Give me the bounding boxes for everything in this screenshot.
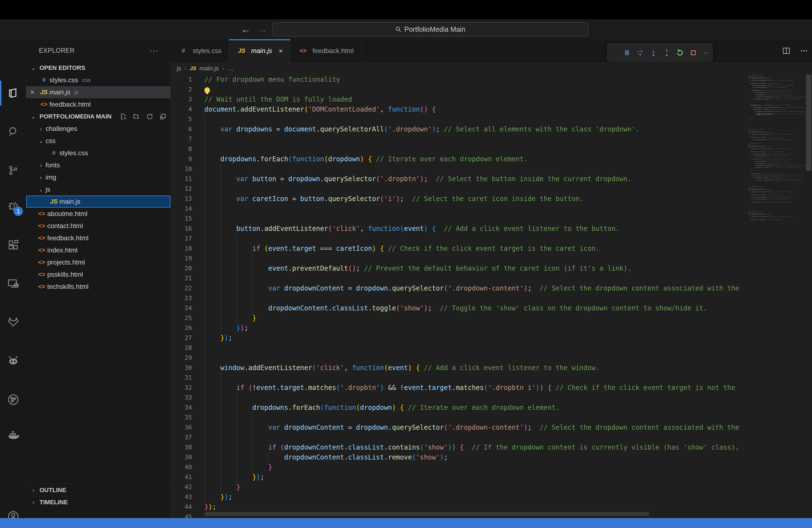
scrollbar-thumb[interactable]	[205, 512, 649, 516]
tree-item-styles.css[interactable]: #styles.css	[26, 147, 170, 159]
outline-header[interactable]: › OUTLINE	[26, 484, 171, 496]
line-number[interactable]: 40	[171, 462, 204, 472]
horizontal-scrollbar[interactable]	[171, 512, 747, 516]
close-icon[interactable]: ×	[279, 47, 283, 55]
tab-main.js[interactable]: JSmain.js×	[229, 39, 290, 62]
lightbulb-icon[interactable]	[204, 87, 210, 93]
activity-run-debug-icon[interactable]: 1	[0, 194, 26, 219]
forward-button[interactable]: →	[254, 24, 271, 35]
line-number[interactable]: 3	[171, 94, 204, 104]
tree-item-psskills.html[interactable]: <>psskills.html	[26, 268, 170, 281]
code-line[interactable]: 34dropdowns.forEach(function(dropdown) {…	[171, 402, 747, 413]
refresh-icon[interactable]	[146, 113, 153, 120]
code-line[interactable]: 44});	[171, 502, 747, 512]
line-number[interactable]: 34	[171, 402, 204, 413]
code-line[interactable]: 39dropdownContent.classList.remove('show…	[171, 452, 747, 462]
pause-icon[interactable]	[623, 48, 631, 57]
line-number[interactable]: 41	[171, 472, 204, 482]
scrollbar-thumb[interactable]	[806, 75, 811, 171]
activity-docker-icon[interactable]	[0, 423, 26, 448]
sidebar-more-actions[interactable]: ···	[149, 46, 159, 55]
line-number[interactable]: 20	[171, 263, 204, 274]
code-line[interactable]: 33	[171, 393, 747, 402]
line-number[interactable]: 4	[171, 104, 204, 114]
tree-item-css[interactable]: ⌄css	[26, 135, 170, 147]
breadcrumb[interactable]: js › JS main.js › …	[171, 62, 812, 75]
step-out-icon[interactable]	[663, 48, 671, 57]
code-line[interactable]: 11var button = dropdown.querySelector('.…	[171, 174, 747, 184]
command-center-search[interactable]: PortfolioMedia Main	[272, 22, 588, 36]
tree-item-techskills.html[interactable]: <>techskills.html	[26, 281, 170, 293]
breadcrumb-folder[interactable]: js	[177, 65, 181, 72]
code-line[interactable]: 42}	[171, 482, 747, 492]
line-number[interactable]: 32	[171, 383, 204, 393]
chevron-down-icon[interactable]	[702, 49, 709, 56]
code-line[interactable]: 17	[171, 234, 747, 244]
code-editor[interactable]: 1// For dropdown menu functionality23// …	[171, 75, 747, 518]
code-line[interactable]: 29	[171, 353, 747, 363]
activity-graph-icon[interactable]	[0, 387, 26, 412]
code-line[interactable]: 12	[171, 184, 747, 194]
code-line[interactable]: 20event.preventDefault(); // Prevent the…	[171, 263, 747, 274]
line-number[interactable]: 22	[171, 283, 204, 293]
tree-item-feedback.html[interactable]: <>feedback.html	[26, 232, 170, 244]
line-number[interactable]: 25	[171, 313, 204, 323]
line-number[interactable]: 14	[171, 204, 204, 214]
back-button[interactable]: ←	[237, 24, 254, 35]
code-line[interactable]: 18if (event.target === caretIcon) { // C…	[171, 244, 747, 253]
activity-remote-explorer-icon[interactable]	[0, 271, 26, 296]
line-number[interactable]: 19	[171, 253, 204, 263]
line-number[interactable]: 37	[171, 432, 204, 442]
code-line[interactable]: 22var dropdownContent = dropdown.querySe…	[171, 283, 747, 293]
code-line[interactable]: 7	[171, 134, 747, 144]
code-line[interactable]: 3// Wait until the DOM is fully loaded	[171, 94, 747, 104]
tree-item-main.js[interactable]: JSmain.js	[26, 195, 170, 208]
line-number[interactable]: 43	[171, 492, 204, 502]
line-number[interactable]: 26	[171, 323, 204, 333]
line-number[interactable]: 18	[171, 244, 204, 253]
activity-gitlab-icon[interactable]	[0, 310, 26, 335]
line-number[interactable]: 29	[171, 353, 204, 363]
line-number[interactable]: 1	[171, 75, 204, 85]
code-line[interactable]: 43});	[171, 492, 747, 502]
activity-explorer-icon[interactable]	[0, 80, 26, 105]
line-number[interactable]: 8	[171, 144, 204, 154]
breadcrumb-symbol[interactable]: …	[227, 65, 233, 72]
code-line[interactable]: 10	[171, 164, 747, 174]
code-line[interactable]: 21	[171, 274, 747, 283]
step-over-icon[interactable]	[636, 48, 644, 57]
breadcrumb-file[interactable]: main.js	[199, 65, 219, 72]
line-number[interactable]: 33	[171, 393, 204, 402]
line-number[interactable]: 31	[171, 373, 204, 383]
code-line[interactable]: 37	[171, 432, 747, 442]
minimap[interactable]: // For dropdown menu functionality// Wai…	[747, 75, 806, 518]
tree-item-contact.html[interactable]: <>contact.html	[26, 220, 170, 232]
line-number[interactable]: 42	[171, 482, 204, 492]
workspace-header[interactable]: ⌄ PORTFOLIOMEDIA MAIN	[26, 111, 170, 122]
code-line[interactable]: 4document.addEventListener('DOMContentLo…	[171, 104, 747, 114]
split-editor-icon[interactable]	[782, 47, 791, 55]
new-file-icon[interactable]	[120, 113, 127, 120]
line-number[interactable]: 27	[171, 333, 204, 343]
code-line[interactable]: 13var caretIcon = button.querySelector('…	[171, 194, 747, 204]
code-line[interactable]: 41});	[171, 472, 747, 482]
close-icon[interactable]: ×	[26, 88, 39, 96]
code-line[interactable]: 19	[171, 253, 747, 263]
code-line[interactable]: 15	[171, 214, 747, 224]
line-number[interactable]: 13	[171, 194, 204, 204]
timeline-header[interactable]: › TIMELINE	[26, 496, 171, 508]
line-number[interactable]: 5	[171, 114, 204, 124]
step-into-icon[interactable]	[649, 48, 657, 57]
code-line[interactable]: 40}	[171, 462, 747, 472]
code-line[interactable]: 38if (dropdownContent.classList.contains…	[171, 442, 747, 452]
vertical-scrollbar[interactable]	[806, 75, 812, 518]
code-line[interactable]: 26});	[171, 323, 747, 333]
code-line[interactable]: 30window.addEventListener('click', funct…	[171, 363, 747, 373]
code-line[interactable]: 5	[171, 114, 747, 124]
code-line[interactable]: 14	[171, 204, 747, 214]
tab-styles.css[interactable]: #styles.css	[171, 39, 229, 62]
line-number[interactable]: 30	[171, 363, 204, 373]
line-number[interactable]: 39	[171, 452, 204, 462]
line-number[interactable]: 38	[171, 442, 204, 452]
line-number[interactable]: 35	[171, 413, 204, 423]
